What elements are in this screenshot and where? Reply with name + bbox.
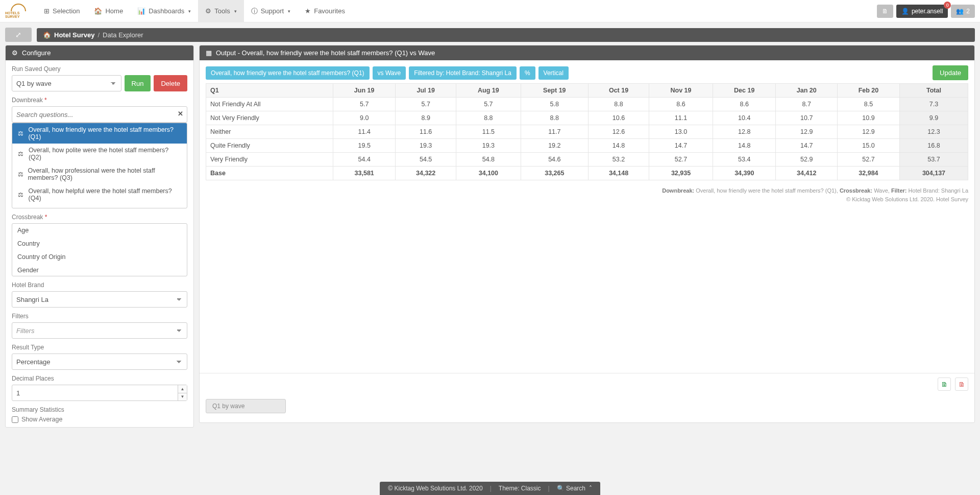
saved-query-select[interactable]: Q1 by wave	[12, 75, 121, 91]
cell: 33,265	[521, 167, 588, 180]
brand-select[interactable]: Shangri La	[12, 291, 187, 308]
cell: 54.4	[333, 153, 396, 167]
chevron-down-icon: ▾	[188, 9, 191, 14]
logo: HOTELS SURVEY	[5, 2, 32, 21]
cell: 14.7	[776, 139, 837, 153]
cell: 15.0	[837, 139, 899, 153]
expand-button[interactable]: ⤢	[5, 28, 32, 42]
decimal-label: Decimal Places	[12, 375, 187, 382]
output-panel: ▦ Output - Overall, how friendly were th…	[199, 45, 975, 423]
crossbreak-listbox[interactable]: AgeCountryCountry of OriginGenderRegion	[12, 223, 187, 276]
downbreak-listbox[interactable]: ⚖Overall, how friendly were the hotel st…	[12, 123, 187, 208]
users-icon: 👥	[956, 8, 964, 15]
row-label: Base	[206, 167, 333, 180]
cell: 14.7	[649, 139, 713, 153]
result-type-select[interactable]: Percentage	[12, 353, 187, 370]
nav-favourites[interactable]: ★Favourites	[298, 0, 352, 22]
breadcrumb-root[interactable]: Hotel Survey	[54, 31, 94, 39]
cogs-icon: ⚙	[12, 49, 18, 57]
cell: 12.9	[837, 125, 899, 139]
column-header: Jun 19	[333, 84, 396, 98]
nav-selection[interactable]: ⊞Selection	[37, 0, 87, 22]
clear-search-icon[interactable]: ✕	[178, 110, 183, 117]
scale-icon: ⚖	[17, 130, 24, 137]
cell: 8.6	[649, 98, 713, 111]
cell: 12.6	[589, 125, 649, 139]
meta-line-2: © Kicktag Web Solutions Ltd. 2020. Hotel…	[206, 195, 968, 204]
breadcrumb: 🏠 Hotel Survey / Data Explorer	[37, 28, 975, 42]
question-item[interactable]: ⚖Overall, how polite were the hotel staf…	[12, 144, 187, 164]
filters-label: Filters	[12, 313, 187, 320]
crossbreak-item[interactable]: Country	[12, 237, 187, 250]
notification-badge: 0	[944, 2, 951, 9]
decimal-input[interactable]	[12, 385, 187, 401]
nav-icon: ⊞	[44, 7, 50, 15]
filter-pill[interactable]: vs Wave	[373, 66, 406, 80]
export-pdf-button[interactable]: 🗎	[955, 378, 968, 391]
question-item[interactable]: ⚖Overall, how helpful were the hotel sta…	[12, 184, 187, 205]
cell: 19.5	[333, 139, 396, 153]
cell: 8.8	[456, 111, 521, 125]
filter-pill[interactable]: Filtered by: Hotel Brand: Shangri La	[409, 66, 517, 80]
filter-pill[interactable]: Vertical	[538, 66, 569, 80]
group-count: 2	[966, 8, 970, 15]
nav-home[interactable]: 🏠Home	[87, 0, 130, 22]
show-average-row[interactable]: Show Average	[12, 416, 187, 423]
cell: 8.7	[776, 98, 837, 111]
nav-icon: 📊	[137, 7, 145, 15]
row-label: Quite Friendly	[206, 139, 333, 153]
nav-tools[interactable]: ⚙Tools▾	[198, 0, 243, 22]
cell: 34,100	[456, 167, 521, 180]
cell: 54.6	[521, 153, 588, 167]
column-header: Total	[899, 84, 968, 98]
configure-panel: ⚙ Configure Run Saved Query Q1 by wave R…	[5, 45, 194, 428]
user-menu[interactable]: 👤 peter.ansell 0	[896, 5, 948, 18]
decimal-up[interactable]: ▲	[178, 385, 187, 393]
cell: 52.9	[776, 153, 837, 167]
search-input[interactable]	[12, 106, 187, 123]
nav-icon: ★	[305, 7, 311, 15]
cell: 5.7	[456, 98, 521, 111]
saved-query-label: Run Saved Query	[12, 65, 187, 73]
row-label: Not Very Friendly	[206, 111, 333, 125]
brand-label: Hotel Brand	[12, 281, 187, 289]
nav-support[interactable]: ⓘSupport▾	[244, 0, 298, 22]
delete-button[interactable]: Delete	[154, 75, 187, 91]
cell: 7.3	[899, 98, 968, 111]
decimal-down[interactable]: ▼	[178, 393, 187, 401]
summary-label: Summary Statistics	[12, 406, 187, 413]
column-header: Nov 19	[649, 84, 713, 98]
show-average-checkbox[interactable]	[12, 416, 18, 423]
cell: 12.3	[899, 125, 968, 139]
new-document-button[interactable]: 🗎	[877, 5, 893, 18]
nav-dashboards[interactable]: 📊Dashboards▾	[130, 0, 198, 22]
cell: 8.6	[713, 98, 776, 111]
filters-select[interactable]: Filters	[12, 322, 187, 339]
question-item[interactable]: ⚖Overall, how friendly were the hotel st…	[12, 123, 187, 144]
group-button[interactable]: 👥 2	[951, 5, 975, 18]
cell: 14.8	[713, 139, 776, 153]
crossbreak-item[interactable]: Gender	[12, 264, 187, 276]
export-excel-button[interactable]: 🗎	[938, 378, 951, 391]
cell: 19.3	[456, 139, 521, 153]
column-header: Dec 19	[713, 84, 776, 98]
cell: 11.5	[456, 125, 521, 139]
filter-pill[interactable]: %	[520, 66, 535, 80]
top-nav: HOTELS SURVEY ⊞Selection🏠Home📊Dashboards…	[0, 0, 980, 22]
filter-pill[interactable]: Overall, how friendly were the hotel sta…	[206, 66, 370, 80]
table-row: Quite Friendly19.519.319.319.214.814.714…	[206, 139, 968, 153]
run-button[interactable]: Run	[125, 75, 151, 91]
table-icon: ▦	[206, 49, 212, 57]
crossbreak-item[interactable]: Age	[12, 224, 187, 237]
base-row: Base33,58134,32234,10033,26534,14832,935…	[206, 167, 968, 180]
chevron-down-icon: ▾	[288, 9, 290, 14]
crossbreak-item[interactable]: Country of Origin	[12, 250, 187, 264]
question-item[interactable]: ⚖Overall, how professional were the hote…	[12, 164, 187, 184]
column-header: Jan 20	[776, 84, 837, 98]
cell: 10.7	[776, 111, 837, 125]
cell: 53.7	[899, 153, 968, 167]
breadcrumb-current: Data Explorer	[103, 31, 143, 39]
cell: 10.9	[837, 111, 899, 125]
update-button[interactable]: Update	[933, 65, 968, 80]
question-item[interactable]: ⚖How quick was the check-in process at o…	[12, 205, 187, 208]
